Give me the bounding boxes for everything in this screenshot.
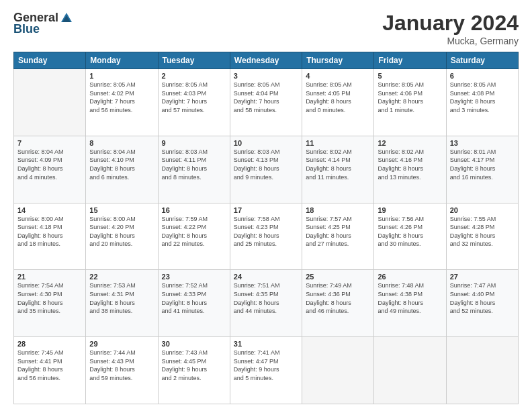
day-info-line: Sunrise: 8:02 AM xyxy=(378,148,442,156)
day-info-line: Daylight: 7 hours xyxy=(234,97,298,106)
day-info-line: Sunrise: 8:05 AM xyxy=(162,81,226,89)
day-info-line: and 49 minutes. xyxy=(378,307,442,316)
day-info: Sunrise: 7:57 AMSunset: 4:25 PMDaylight:… xyxy=(306,215,370,248)
day-info-line: Sunset: 4:35 PM xyxy=(234,290,298,299)
day-info-line: Daylight: 8 hours xyxy=(378,165,442,173)
month-title: January 2024 xyxy=(382,11,519,36)
day-info: Sunrise: 8:05 AMSunset: 4:03 PMDaylight:… xyxy=(162,81,226,114)
day-info-line: Sunrise: 8:01 AM xyxy=(450,148,515,156)
header-wednesday: Wednesday xyxy=(230,52,302,69)
day-info-line: and 6 minutes. xyxy=(89,173,154,182)
day-info-line: Sunset: 4:10 PM xyxy=(89,156,154,165)
day-info-line: and 44 minutes. xyxy=(234,307,298,316)
day-number: 11 xyxy=(306,139,370,147)
header-friday: Friday xyxy=(374,52,446,69)
day-info-line: Daylight: 8 hours xyxy=(89,299,154,308)
header-thursday: Thursday xyxy=(302,52,374,69)
day-info-line: Sunrise: 7:59 AM xyxy=(162,215,226,224)
logo-blue-text: Blue xyxy=(13,22,40,36)
day-info-line: and 25 minutes. xyxy=(234,240,298,248)
day-info-line: and 2 minutes. xyxy=(162,374,226,383)
day-number: 5 xyxy=(378,72,442,80)
day-info-line: and 9 minutes. xyxy=(234,173,298,182)
page: General Blue January 2024 Mucka, Germany… xyxy=(0,0,532,411)
day-info-line: and 3 minutes. xyxy=(450,106,515,115)
day-info: Sunrise: 7:54 AMSunset: 4:30 PMDaylight:… xyxy=(17,281,82,315)
day-number: 8 xyxy=(89,139,154,147)
day-info-line: Daylight: 8 hours xyxy=(450,299,515,308)
day-info-line: Sunrise: 7:49 AM xyxy=(306,281,370,290)
day-info-line: Sunrise: 8:00 AM xyxy=(89,215,154,224)
day-info-line: and 58 minutes. xyxy=(234,106,298,115)
day-info-line: Daylight: 8 hours xyxy=(306,232,370,240)
day-info-line: and 11 minutes. xyxy=(306,173,370,182)
day-info-line: Daylight: 8 hours xyxy=(17,299,82,308)
day-number: 16 xyxy=(162,206,226,214)
calendar-cell: 13Sunrise: 8:01 AMSunset: 4:17 PMDayligh… xyxy=(446,136,518,203)
day-info-line: Sunrise: 8:04 AM xyxy=(89,148,154,156)
day-number: 23 xyxy=(162,273,226,281)
day-info-line: Sunrise: 8:05 AM xyxy=(306,81,370,89)
day-info: Sunrise: 8:01 AMSunset: 4:17 PMDaylight:… xyxy=(450,148,515,181)
day-info-line: Sunset: 4:25 PM xyxy=(306,223,370,232)
day-number: 7 xyxy=(17,139,82,147)
day-info-line: and 20 minutes. xyxy=(89,240,154,248)
day-number: 18 xyxy=(306,206,370,214)
header: General Blue January 2024 Mucka, Germany xyxy=(13,11,519,46)
day-info-line: Sunrise: 7:53 AM xyxy=(89,281,154,290)
day-number: 3 xyxy=(234,72,298,80)
day-info-line: Daylight: 8 hours xyxy=(378,232,442,240)
calendar-cell: 10Sunrise: 8:03 AMSunset: 4:13 PMDayligh… xyxy=(230,136,302,203)
calendar-cell: 27Sunrise: 7:47 AMSunset: 4:40 PMDayligh… xyxy=(446,270,518,337)
day-number: 12 xyxy=(378,139,442,147)
day-info: Sunrise: 7:55 AMSunset: 4:28 PMDaylight:… xyxy=(450,215,515,248)
calendar-cell: 12Sunrise: 8:02 AMSunset: 4:16 PMDayligh… xyxy=(374,136,446,203)
calendar-cell: 16Sunrise: 7:59 AMSunset: 4:22 PMDayligh… xyxy=(158,203,230,270)
day-info-line: Sunset: 4:47 PM xyxy=(234,357,298,366)
day-info-line: Daylight: 9 hours xyxy=(234,365,298,374)
day-info-line: Sunrise: 8:00 AM xyxy=(17,215,82,224)
calendar-week-0: 1Sunrise: 8:05 AMSunset: 4:02 PMDaylight… xyxy=(14,69,519,136)
day-info: Sunrise: 8:00 AMSunset: 4:18 PMDaylight:… xyxy=(17,215,82,248)
day-info-line: Sunset: 4:38 PM xyxy=(378,290,442,299)
day-info-line: Sunrise: 7:56 AM xyxy=(378,215,442,224)
calendar-cell: 31Sunrise: 7:41 AMSunset: 4:47 PMDayligh… xyxy=(230,337,302,404)
day-number: 13 xyxy=(450,139,515,147)
calendar-cell: 19Sunrise: 7:56 AMSunset: 4:26 PMDayligh… xyxy=(374,203,446,270)
day-number: 24 xyxy=(234,273,298,281)
day-info: Sunrise: 7:44 AMSunset: 4:43 PMDaylight:… xyxy=(89,349,154,382)
calendar-cell: 26Sunrise: 7:48 AMSunset: 4:38 PMDayligh… xyxy=(374,270,446,337)
day-info-line: and 8 minutes. xyxy=(162,173,226,182)
day-number: 6 xyxy=(450,72,515,80)
day-info-line: and 13 minutes. xyxy=(378,173,442,182)
day-info: Sunrise: 8:02 AMSunset: 4:14 PMDaylight:… xyxy=(306,148,370,181)
day-number: 29 xyxy=(89,340,154,348)
day-info-line: Daylight: 8 hours xyxy=(306,97,370,106)
day-info: Sunrise: 7:48 AMSunset: 4:38 PMDaylight:… xyxy=(378,281,442,315)
day-info-line: Sunrise: 7:51 AM xyxy=(234,281,298,290)
day-info-line: and 4 minutes. xyxy=(17,173,82,182)
calendar-cell: 6Sunrise: 8:05 AMSunset: 4:08 PMDaylight… xyxy=(446,69,518,136)
day-info-line: and 32 minutes. xyxy=(450,240,515,248)
calendar-cell: 4Sunrise: 8:05 AMSunset: 4:05 PMDaylight… xyxy=(302,69,374,136)
day-info-line: Daylight: 8 hours xyxy=(378,299,442,308)
day-info-line: and 46 minutes. xyxy=(306,307,370,316)
day-info-line: Sunset: 4:20 PM xyxy=(89,223,154,232)
calendar-week-3: 21Sunrise: 7:54 AMSunset: 4:30 PMDayligh… xyxy=(14,270,519,337)
calendar-cell: 30Sunrise: 7:43 AMSunset: 4:45 PMDayligh… xyxy=(158,337,230,404)
day-info-line: and 56 minutes. xyxy=(17,374,82,383)
day-info-line: Sunrise: 7:48 AM xyxy=(378,281,442,290)
day-info: Sunrise: 7:41 AMSunset: 4:47 PMDaylight:… xyxy=(234,349,298,382)
day-number: 30 xyxy=(162,340,226,348)
calendar-cell xyxy=(446,337,518,404)
day-info: Sunrise: 8:05 AMSunset: 4:04 PMDaylight:… xyxy=(234,81,298,114)
day-info-line: Sunset: 4:30 PM xyxy=(17,290,82,299)
day-info-line: and 30 minutes. xyxy=(378,240,442,248)
day-info-line: Daylight: 8 hours xyxy=(162,165,226,173)
day-info-line: and 0 minutes. xyxy=(306,106,370,115)
calendar-header-row: Sunday Monday Tuesday Wednesday Thursday… xyxy=(14,52,519,69)
day-info-line: Sunset: 4:41 PM xyxy=(17,357,82,366)
day-info-line: Daylight: 8 hours xyxy=(89,365,154,374)
day-info-line: Daylight: 8 hours xyxy=(306,165,370,173)
day-info-line: Sunset: 4:18 PM xyxy=(17,223,82,232)
